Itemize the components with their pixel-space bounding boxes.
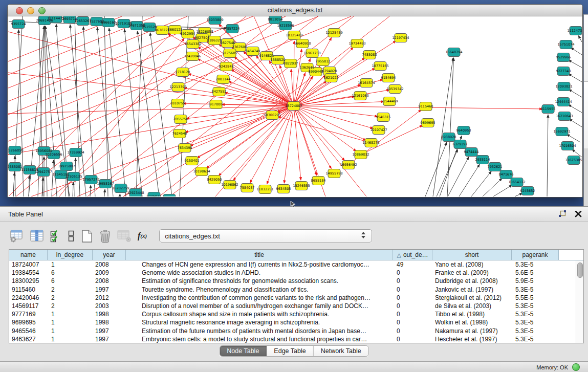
cell-out_degree: 0 xyxy=(393,319,432,326)
svg-text:16956492: 16956492 xyxy=(340,163,357,167)
cell-out_degree: 0 xyxy=(393,336,432,343)
svg-text:15246555: 15246555 xyxy=(293,184,310,188)
table-options-icon[interactable] xyxy=(10,229,24,243)
svg-text:18724007: 18724007 xyxy=(285,104,302,108)
table-panel-header[interactable]: Table Panel xyxy=(0,207,588,222)
table-row[interactable]: 1456911722003Disruption of a novel membe… xyxy=(9,302,583,310)
cell-in_degree: 1 xyxy=(48,327,93,335)
cell-title: Structural magnetic resonance image aver… xyxy=(126,319,393,326)
svg-text:9474444: 9474444 xyxy=(464,150,479,154)
table-selector-combobox[interactable]: citations_edges.txt xyxy=(159,229,372,243)
float-panel-icon[interactable] xyxy=(558,210,567,218)
memory-status-indicator[interactable] xyxy=(572,363,580,371)
delete-table-icon-disabled xyxy=(117,229,132,243)
status-bar: Memory: OK xyxy=(0,361,588,372)
svg-text:7857224: 7857224 xyxy=(225,27,240,31)
select-columns-icon[interactable] xyxy=(50,230,61,243)
cell-title: Embryonic stem cells: a model to study s… xyxy=(126,336,393,343)
svg-text:16961758: 16961758 xyxy=(303,51,320,55)
cell-pagerank: 5.6E-5 xyxy=(512,269,559,276)
column-header-year[interactable]: year xyxy=(93,250,126,260)
svg-text:8186328: 8186328 xyxy=(207,38,222,42)
network-window[interactable]: citations_edges.txt 18724007866012389129… xyxy=(7,4,583,198)
desktop-background: citations_edges.txt 18724007866012389129… xyxy=(0,0,588,206)
citation-network-graph[interactable]: 1872400786601238912954182260589827508165… xyxy=(8,16,582,196)
table-header-row: namein_degreeyeartitle△out_de…shortpager… xyxy=(9,250,583,260)
close-panel-icon[interactable] xyxy=(575,211,582,217)
tab-node-table[interactable]: Node Table xyxy=(220,346,267,356)
svg-text:17957272: 17957272 xyxy=(82,178,99,182)
show-columns-icon[interactable] xyxy=(30,229,44,243)
table-row[interactable]: 1830029562008Estimation of significance … xyxy=(9,277,583,285)
svg-text:11832251: 11832251 xyxy=(256,187,273,191)
svg-text:7624540: 7624540 xyxy=(172,132,187,136)
table-row[interactable]: 911546021997Tourette syndrome. Phenomeno… xyxy=(9,286,583,294)
svg-text:6794028: 6794028 xyxy=(322,69,337,73)
cell-name: 9115460 xyxy=(9,286,48,293)
cell-name: 19384554 xyxy=(9,269,48,276)
column-header-in_degree[interactable]: in_degree xyxy=(48,250,93,260)
svg-text:16210643: 16210643 xyxy=(556,114,573,118)
tab-edge-table[interactable]: Edge Table xyxy=(267,346,313,356)
table-row[interactable]: 946362711997Embryonic stem cells: a mode… xyxy=(9,335,583,343)
cell-short: Wolkin et al. (1998) xyxy=(432,319,512,326)
delete-column-trash-icon[interactable] xyxy=(99,229,111,243)
cell-name: 9777169 xyxy=(9,311,48,318)
scrollbar-thumb[interactable] xyxy=(577,262,583,278)
svg-text:12093821: 12093821 xyxy=(555,84,572,89)
svg-text:8660123: 8660123 xyxy=(168,28,183,32)
cell-short: Stergiakouli et al. (2012) xyxy=(432,294,512,301)
svg-text:2367608: 2367608 xyxy=(232,45,247,49)
svg-text:19975887: 19975887 xyxy=(58,164,75,168)
svg-text:15751074: 15751074 xyxy=(557,42,574,47)
column-header-name[interactable]: name xyxy=(9,250,48,260)
cell-pagerank: 5.3E-5 xyxy=(512,261,559,268)
svg-text:16640910: 16640910 xyxy=(294,41,311,46)
function-builder-icon[interactable]: f(x) xyxy=(138,231,147,240)
cell-out_degree: 0 xyxy=(393,327,432,335)
cell-short: Yano et al. (2008) xyxy=(432,261,512,268)
svg-text:8471676: 8471676 xyxy=(499,172,514,177)
cell-title: Estimation of significance thresholds fo… xyxy=(126,277,393,285)
table-row[interactable]: 969969511998Structural magnetic resonanc… xyxy=(9,318,583,326)
svg-text:15692971: 15692971 xyxy=(553,129,570,134)
column-header-out_degree[interactable]: △out_de… xyxy=(393,250,432,260)
table-row[interactable]: 977716911998Corpus callosum shape and si… xyxy=(9,310,583,318)
cell-name: 9699695 xyxy=(9,319,48,326)
network-window-titlebar[interactable]: citations_edges.txt xyxy=(8,5,582,16)
cell-name: 18300295 xyxy=(9,277,48,285)
svg-text:18775165: 18775165 xyxy=(372,64,388,68)
cell-short: Nakamura et al. (1997) xyxy=(432,327,512,335)
network-canvas[interactable]: 1872400786601238912954182260589827508165… xyxy=(8,16,582,196)
column-header-short[interactable]: short xyxy=(432,250,512,260)
node-table: namein_degreeyeartitle△out_de…shortpager… xyxy=(9,249,584,343)
svg-text:17359924: 17359924 xyxy=(67,150,84,155)
column-header-title[interactable]: title xyxy=(126,250,393,260)
cell-year: 1997 xyxy=(93,336,126,343)
cell-year: 2008 xyxy=(93,277,126,285)
table-row[interactable]: 946554611997Estimation of the future num… xyxy=(9,327,583,335)
svg-text:9115460: 9115460 xyxy=(419,104,433,108)
svg-text:9634505: 9634505 xyxy=(276,187,291,191)
vertical-scrollbar[interactable] xyxy=(576,260,583,343)
table-panel: Table Panel xyxy=(0,206,588,372)
column-header-pagerank[interactable]: pagerank xyxy=(512,250,559,260)
table-row[interactable]: 1938455462009Genome-wide association stu… xyxy=(9,269,583,277)
row-height-icon[interactable] xyxy=(68,230,75,243)
cell-in_degree: 2 xyxy=(48,302,93,310)
cell-title: Genome-wide association studies in ADHD. xyxy=(126,269,393,276)
tab-network-table[interactable]: Network Table xyxy=(314,346,368,356)
table-row[interactable]: 1872400712008Changes of HCN gene express… xyxy=(9,260,583,269)
cell-title: Investigating the contribution of common… xyxy=(126,294,393,301)
table-row[interactable]: 2242004622012Investigating the contribut… xyxy=(9,294,583,302)
svg-text:1810755: 1810755 xyxy=(170,101,185,105)
svg-text:16543382: 16543382 xyxy=(184,42,201,46)
svg-text:2803144: 2803144 xyxy=(216,77,231,81)
new-column-icon[interactable] xyxy=(81,229,93,243)
cell-pagerank: 5.3E-5 xyxy=(512,319,559,326)
svg-text:7932621: 7932621 xyxy=(488,165,503,169)
table-panel-title: Table Panel xyxy=(8,210,43,218)
svg-text:6966160: 6966160 xyxy=(101,20,116,25)
svg-text:12161063: 12161063 xyxy=(352,94,368,98)
svg-text:9227343: 9227343 xyxy=(556,69,571,73)
